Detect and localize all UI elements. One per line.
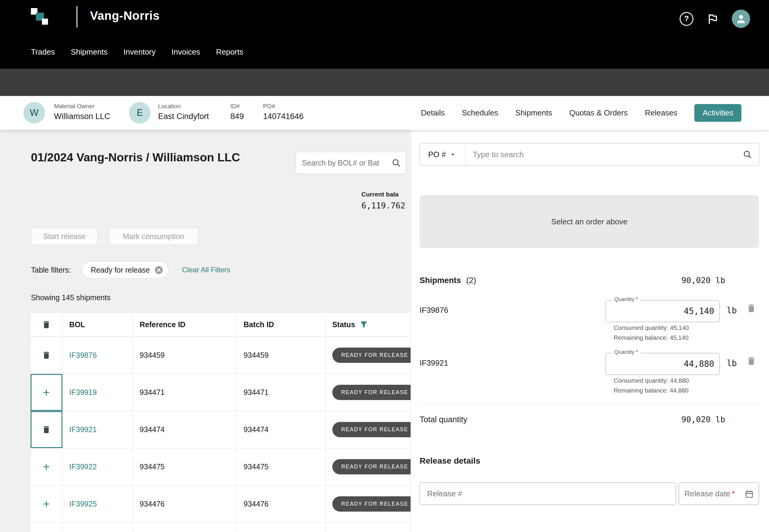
location-label: Location xyxy=(158,103,209,110)
context-tabs: Details Schedules Shipments Quotas & Ord… xyxy=(421,96,741,130)
bol-link[interactable]: IF39925 xyxy=(69,500,97,508)
quantity-unit: lb xyxy=(727,306,737,315)
batch-id-cell: 934474 xyxy=(237,411,326,448)
bol-search-input[interactable] xyxy=(302,159,391,167)
tab-shipments[interactable]: Shipments xyxy=(515,108,552,118)
reference-id-cell: 934474 xyxy=(133,411,237,448)
release-date-label: Release date xyxy=(684,489,730,498)
delete-row-icon[interactable] xyxy=(42,425,51,434)
table-filters-row: Table filters: Ready for release Clear A… xyxy=(31,261,230,279)
table-header-row: BOL Reference ID Batch ID Status xyxy=(31,312,411,337)
remaining-balance-text: Remaining balance: 45,140 xyxy=(614,334,689,341)
reference-id-cell: 934476 xyxy=(133,486,237,522)
header-status-label: Status xyxy=(332,320,355,329)
bol-search-field xyxy=(296,152,406,174)
top-header: Vang-Norris ? Trades Shipments Inventory… xyxy=(0,0,769,69)
tab-schedules[interactable]: Schedules xyxy=(462,108,498,118)
delete-row-icon[interactable] xyxy=(42,351,51,360)
quantity-field: Quantity * xyxy=(606,300,720,322)
tab-activities[interactable]: Activities xyxy=(694,104,741,122)
total-quantity-label: Total quantity xyxy=(420,415,467,424)
chip-close-icon[interactable] xyxy=(154,265,163,275)
page-title: 01/2024 Vang-Norris / Williamson LLC xyxy=(31,151,240,164)
shipments-table: BOL Reference ID Batch ID Status IF398 xyxy=(30,312,411,532)
quantity-label: Quantity xyxy=(614,349,634,355)
required-mark: * xyxy=(636,296,638,302)
showing-count: Showing 145 shipments xyxy=(31,293,110,302)
bol-link[interactable]: IF39921 xyxy=(69,425,97,434)
po-filter-select[interactable]: PO # xyxy=(420,143,465,166)
quantity-input[interactable] xyxy=(606,353,720,375)
material-owner-avatar: W xyxy=(23,102,45,124)
header-batch-id: Batch ID xyxy=(237,312,326,336)
header-actions: ? xyxy=(680,10,750,28)
table-row: IF39921 934474 934474 READY FOR RELEASE xyxy=(31,411,411,448)
remove-shipment-icon[interactable] xyxy=(746,303,756,313)
status-filter-icon[interactable] xyxy=(359,320,368,329)
po-filter-label: PO # xyxy=(428,150,446,159)
start-release-button[interactable]: Start release xyxy=(31,228,98,245)
calendar-icon[interactable] xyxy=(744,489,754,499)
add-row-icon[interactable] xyxy=(41,499,51,509)
batch-id-cell: 934459 xyxy=(237,337,326,374)
context-bar: W Material Owner Williamson LLC E Locati… xyxy=(0,96,769,130)
search-icon[interactable] xyxy=(743,150,752,159)
release-details-heading: Release details xyxy=(420,456,480,466)
nav-item-invoices[interactable]: Invoices xyxy=(172,47,200,57)
location-value: East Cindyfort xyxy=(158,112,209,121)
nav-item-shipments[interactable]: Shipments xyxy=(71,47,108,57)
table-row: IF39876 934459 934459 READY FOR RELEASE xyxy=(31,337,411,374)
table-row: IF39919 934471 934471 READY FOR RELEASE xyxy=(31,374,411,411)
search-icon[interactable] xyxy=(391,158,401,168)
bol-link[interactable]: IF39919 xyxy=(69,388,97,397)
nav-item-inventory[interactable]: Inventory xyxy=(124,47,156,57)
bulk-delete-header-cell xyxy=(31,312,63,336)
batch-id-cell: 934475 xyxy=(237,448,326,485)
quantity-input[interactable] xyxy=(606,300,720,322)
nav-item-trades[interactable]: Trades xyxy=(31,47,55,57)
current-balance-value: 6,119.762 xyxy=(361,201,411,210)
order-search-input[interactable] xyxy=(465,150,743,159)
release-builder-panel: PO # Select an order above Shipments (2)… xyxy=(411,130,769,532)
shipment-bol: IF39876 xyxy=(420,306,448,315)
filter-chip-ready-for-release[interactable]: Ready for release xyxy=(82,261,168,279)
po-value: 140741646 xyxy=(263,112,304,121)
mark-consumption-button[interactable]: Mark consumption xyxy=(109,228,198,245)
row-action-cell xyxy=(31,486,63,522)
current-balance: Current bala 6,119.762 xyxy=(361,191,411,210)
release-number-input[interactable] xyxy=(420,483,676,505)
empty-state-text: Select an order above xyxy=(551,217,627,226)
clear-all-filters-link[interactable]: Clear All Filters xyxy=(182,266,230,274)
tab-quotas-orders[interactable]: Quotas & Orders xyxy=(569,108,628,118)
remove-shipment-icon[interactable] xyxy=(746,356,756,366)
bol-link[interactable]: IF39922 xyxy=(69,462,97,471)
flag-icon[interactable] xyxy=(706,12,719,25)
release-date-input[interactable]: Release date * xyxy=(679,483,759,505)
consumed-quantity-text: Consumed quantity: 44,880 xyxy=(614,377,689,384)
brand-logo-icon[interactable] xyxy=(29,7,49,27)
header-status: Status xyxy=(326,312,411,336)
row-action-cell xyxy=(31,337,63,374)
add-row-icon[interactable] xyxy=(41,387,51,397)
total-quantity-value: 90,020 lb xyxy=(681,415,725,424)
user-avatar[interactable] xyxy=(732,10,750,28)
current-balance-label: Current bala xyxy=(361,191,411,198)
reference-id-cell: 934471 xyxy=(133,374,237,411)
tab-details[interactable]: Details xyxy=(421,108,444,118)
material-owner-value: Williamson LLC xyxy=(54,112,110,121)
row-action-cell xyxy=(31,448,63,485)
help-glyph: ? xyxy=(684,14,689,23)
reference-id-cell: 934459 xyxy=(133,337,237,374)
status-badge: READY FOR RELEASE xyxy=(332,385,411,400)
header-reference-id: Reference ID xyxy=(133,312,237,336)
quantity-field: Quantity * xyxy=(606,353,720,375)
help-icon[interactable]: ? xyxy=(680,12,693,26)
quantity-unit: lb xyxy=(727,358,737,368)
nav-item-reports[interactable]: Reports xyxy=(216,47,243,57)
tab-releases[interactable]: Releases xyxy=(645,108,677,118)
material-owner-block: Material Owner Williamson LLC xyxy=(54,103,110,121)
bol-link[interactable]: IF39876 xyxy=(69,351,97,360)
row-action-cell xyxy=(31,374,63,411)
bulk-delete-icon[interactable] xyxy=(42,320,51,329)
add-row-icon[interactable] xyxy=(41,462,51,472)
